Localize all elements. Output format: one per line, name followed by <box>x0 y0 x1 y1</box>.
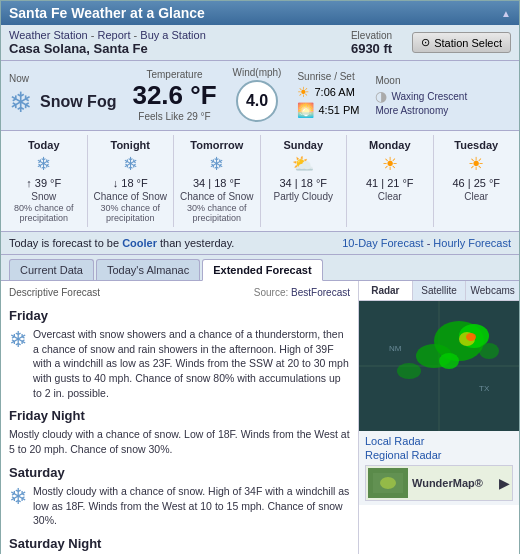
sunday-icon: ⛅ <box>267 153 341 175</box>
hourly-forecast-link[interactable]: Hourly Forecast <box>433 237 511 249</box>
svg-point-9 <box>439 353 459 369</box>
moon-phase: Waxing Crescent <box>391 91 467 102</box>
more-astronomy-link[interactable]: More Astronomy <box>375 105 448 116</box>
feels-like: Feels Like 29 °F <box>132 111 216 122</box>
radar-tabs: Radar Satellite Webcams <box>359 281 519 301</box>
local-radar-link[interactable]: Local Radar <box>365 435 513 447</box>
saturday-text: Mostly cloudy with a chance of snow. Hig… <box>33 484 350 528</box>
forecast-source: Source: BestForecast <box>254 287 350 300</box>
tab-current-data[interactable]: Current Data <box>9 259 94 280</box>
station-info: Weather Station - Report - Buy a Station… <box>9 29 206 56</box>
wundermap-preview-svg <box>368 468 408 498</box>
moon-section: Moon ◑ Waxing Crescent More Astronomy <box>375 75 467 116</box>
regional-radar-link[interactable]: Regional Radar <box>365 449 513 461</box>
station-select-label: Station Select <box>434 37 502 49</box>
radar-tab-webcams[interactable]: Webcams <box>466 281 519 300</box>
condition-main: ❄ Snow Fog <box>9 86 116 119</box>
now-section: Now ❄ Snow Fog <box>9 73 116 119</box>
main-tabs: Current Data Today's Almanac Extended Fo… <box>1 255 519 281</box>
forecast-panel: Descriptive Forecast Source: BestForecas… <box>1 281 359 554</box>
page-header: Santa Fe Weather at a Glance ▲ <box>1 1 519 25</box>
temp-value: 32.6 °F <box>132 80 216 111</box>
tab-todays-almanac[interactable]: Today's Almanac <box>96 259 200 280</box>
wundermap-arrow-icon: ▶ <box>499 475 510 491</box>
header-right: ▲ <box>501 8 511 19</box>
tonight-icon: ❄ <box>94 153 168 175</box>
best-forecast-link[interactable]: BestForecast <box>291 287 350 298</box>
wind-value: 4.0 <box>246 92 268 110</box>
cooler-text: Today is forecast to be Cooler than yest… <box>9 237 234 249</box>
forecast-day-sunday: Sunday ⛅ 34 | 18 °F Partly Cloudy <box>261 135 348 227</box>
temp-section: Temperature 32.6 °F Feels Like 29 °F <box>132 69 216 122</box>
friday-night-text: Mostly cloudy with a chance of snow. Low… <box>9 427 350 456</box>
wind-section: Wind(mph) 4.0 <box>233 67 282 124</box>
station-name: Casa Solana, Santa Fe <box>9 41 206 56</box>
forecast-day-tomorrow: Tomorrow ❄ 34 | 18 °F Chance of Snow 30%… <box>174 135 261 227</box>
forecast-panel-header: Descriptive Forecast <box>9 287 100 298</box>
station-select-button[interactable]: ⊙ Station Select <box>412 32 511 53</box>
friday-icon: ❄ <box>9 327 27 400</box>
condition-icon: ❄ <box>9 86 32 119</box>
wundermap-thumbnail <box>368 468 408 498</box>
report-link[interactable]: Report <box>97 29 130 41</box>
wind-label: Wind(mph) <box>233 67 282 78</box>
tuesday-icon: ☀ <box>440 153 514 175</box>
forecast-links: 10-Day Forecast - Hourly Forecast <box>342 237 511 249</box>
moon-icon: ◑ <box>375 88 387 104</box>
main-container: Santa Fe Weather at a Glance ▲ Weather S… <box>0 0 520 554</box>
moon-label: Moon <box>375 75 467 86</box>
sunrise-row: ☀ 7:06 AM <box>297 84 359 100</box>
radar-links: Local Radar Regional Radar WunderMap® ▶ <box>359 431 519 505</box>
sunset-row: 🌅 4:51 PM <box>297 102 359 118</box>
sunrise-time: 7:06 AM <box>314 86 354 98</box>
content-area: Descriptive Forecast Source: BestForecas… <box>1 281 519 554</box>
ten-day-forecast-link[interactable]: 10-Day Forecast <box>342 237 423 249</box>
friday-text: Overcast with snow showers and a chance … <box>33 327 350 400</box>
elevation-value: 6930 ft <box>351 41 392 56</box>
weather-station-link[interactable]: Weather Station <box>9 29 88 41</box>
monday-icon: ☀ <box>353 153 427 175</box>
tomorrow-icon: ❄ <box>180 153 254 175</box>
svg-point-11 <box>479 343 499 359</box>
forecast-banner: Today is forecast to be Cooler than yest… <box>1 232 519 255</box>
elevation: Elevation 6930 ft <box>351 30 392 56</box>
friday-night-section: Friday Night Mostly cloudy with a chance… <box>9 408 350 456</box>
page-title: Santa Fe Weather at a Glance <box>9 5 205 21</box>
svg-point-10 <box>397 363 421 379</box>
friday-section: Friday ❄ Overcast with snow showers and … <box>9 308 350 400</box>
svg-text:TX: TX <box>479 384 490 393</box>
today-icon: ❄ <box>7 153 81 175</box>
station-links: Weather Station - Report - Buy a Station <box>9 29 206 41</box>
current-conditions: Now ❄ Snow Fog Temperature 32.6 °F Feels… <box>1 61 519 131</box>
cooler-highlight: Cooler <box>122 237 157 249</box>
sunrise-label: Sunrise / Set <box>297 71 359 82</box>
wind-circle: 4.0 <box>236 80 278 122</box>
svg-point-16 <box>380 477 396 489</box>
svg-point-7 <box>466 333 476 341</box>
sunrise-section: Sunrise / Set ☀ 7:06 AM 🌅 4:51 PM <box>297 71 359 120</box>
wundermap-label: WunderMap® <box>412 477 483 489</box>
svg-text:NM: NM <box>389 344 402 353</box>
buy-station-link[interactable]: Buy a Station <box>140 29 205 41</box>
temp-label: Temperature <box>132 69 216 80</box>
sunrise-icon: ☀ <box>297 84 310 100</box>
radar-image: NM TX <box>359 301 519 431</box>
now-label: Now <box>9 73 116 84</box>
sunset-icon: 🌅 <box>297 102 314 118</box>
station-select-icon: ⊙ <box>421 36 430 49</box>
saturday-icon: ❄ <box>9 484 27 528</box>
saturday-section: Saturday ❄ Mostly cloudy with a chance o… <box>9 465 350 528</box>
forecast-day-today: Today ❄ ↑ 39 °F Snow 80% chance of preci… <box>1 135 88 227</box>
forecast-day-tonight: Tonight ❄ ↓ 18 °F Chance of Snow 30% cha… <box>88 135 175 227</box>
tab-extended-forecast[interactable]: Extended Forecast <box>202 259 322 281</box>
wundermap-section[interactable]: WunderMap® ▶ <box>365 465 513 501</box>
radar-tab-radar[interactable]: Radar <box>359 281 413 300</box>
radar-svg: NM TX <box>359 301 519 431</box>
forecast-day-monday: Monday ☀ 41 | 21 °F Clear <box>347 135 434 227</box>
station-bar: Weather Station - Report - Buy a Station… <box>1 25 519 61</box>
forecast-day-tuesday: Tuesday ☀ 46 | 25 °F Clear <box>434 135 520 227</box>
radar-panel: Radar Satellite Webcams <box>359 281 519 554</box>
radar-tab-satellite[interactable]: Satellite <box>413 281 467 300</box>
condition-name: Snow Fog <box>40 93 116 111</box>
saturday-night-section: Saturday Night ❄ Mostly cloudy with a ch… <box>9 536 350 554</box>
